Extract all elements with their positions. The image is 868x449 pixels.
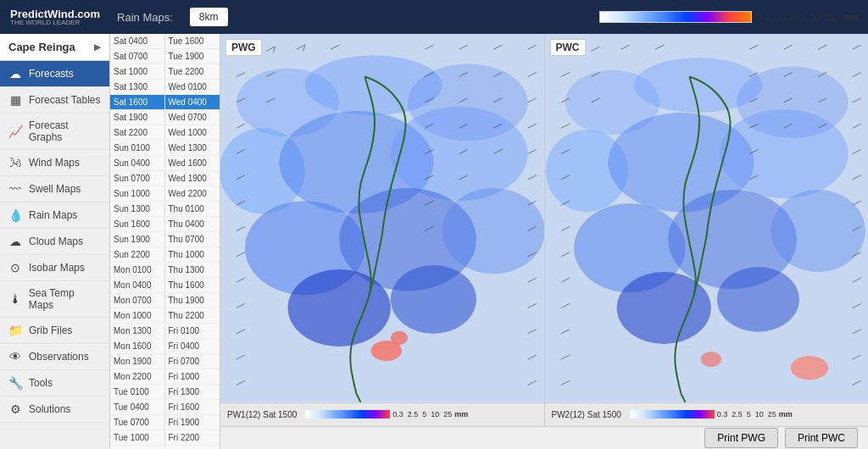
sidebar-label-cloud-maps: Cloud Maps bbox=[29, 236, 83, 247]
map-footer-pwc: PW2(12) Sat 1500 0.3 2.5 5 10 25 mm bbox=[545, 402, 869, 426]
timeline-row[interactable]: Mon 0100Thu 1300 bbox=[110, 263, 220, 278]
timeline-row[interactable]: Tue 0400Fri 1600 bbox=[110, 400, 220, 415]
sidebar-label-solutions: Solutions bbox=[29, 403, 70, 415]
timeline-row[interactable]: Sun 2200Thu 1000 bbox=[110, 247, 220, 263]
legend-unit: mm bbox=[843, 13, 858, 22]
time-col-left: Sun 1000 bbox=[110, 186, 165, 201]
time-col-left: Mon 1900 bbox=[110, 354, 165, 369]
time-col-right: Wed 1900 bbox=[165, 171, 220, 186]
time-col-left: Mon 1600 bbox=[110, 339, 165, 353]
timeline-row[interactable]: Tue 1000Fri 2200 bbox=[110, 430, 220, 446]
map-label-pwc: PWC bbox=[550, 39, 586, 56]
sidebar-item-solutions[interactable]: ⚙ Solutions bbox=[0, 396, 109, 423]
sidebar-label-observations: Observations bbox=[29, 351, 89, 363]
time-col-right: Fri 1600 bbox=[165, 400, 220, 414]
sidebar-item-cloud-maps[interactable]: ☁ Cloud Maps bbox=[0, 229, 109, 255]
sidebar-item-sea-temp-maps[interactable]: 🌡 Sea Temp Maps bbox=[0, 281, 109, 318]
sidebar-item-grib-files[interactable]: 📁 Grib Files bbox=[0, 318, 109, 344]
svg-point-80 bbox=[716, 267, 798, 332]
legend-val-4: 5 bbox=[800, 13, 805, 22]
timeline-row[interactable]: Sat 2200Wed 1000 bbox=[110, 125, 220, 141]
sidebar-label-rain-maps: Rain Maps bbox=[29, 209, 77, 221]
timeline-row[interactable]: Sun 1900Thu 0700 bbox=[110, 232, 220, 247]
print-pwg-button[interactable]: Print PWG bbox=[704, 428, 778, 448]
logo: PredictWind.com THE WORLD LEADER bbox=[10, 8, 100, 26]
timeline-row[interactable]: Sat 1000Tue 2200 bbox=[110, 64, 220, 80]
timeline-row[interactable]: Mon 1900Fri 0700 bbox=[110, 354, 220, 369]
legend-labels: 0.3 1 2.5 5 10 25 mm bbox=[757, 13, 858, 22]
time-col-right: Thu 0100 bbox=[165, 202, 220, 216]
sidebar-item-observations[interactable]: 👁 Observations bbox=[0, 344, 109, 370]
timeline-row[interactable]: Tue 0700Fri 1900 bbox=[110, 415, 220, 430]
timeline-row[interactable]: Mon 0400Thu 1600 bbox=[110, 278, 220, 293]
timeline-row[interactable]: Sat 1600Wed 0400 bbox=[110, 95, 220, 110]
sidebar-item-isobar-maps[interactable]: ⊙ Isobar Maps bbox=[0, 255, 109, 281]
svg-point-81 bbox=[790, 356, 827, 380]
time-col-left: Sun 2200 bbox=[110, 247, 165, 262]
svg-point-75 bbox=[719, 109, 848, 198]
time-col-left: Tue 0100 bbox=[110, 385, 165, 399]
sidebar-item-tools[interactable]: 🔧 Tools bbox=[0, 370, 109, 396]
timeline-row[interactable]: Mon 0700Thu 1900 bbox=[110, 293, 220, 308]
solutions-icon: ⚙ bbox=[8, 402, 22, 416]
footer-gradient-pwg bbox=[305, 410, 390, 419]
time-col-right: Fri 0700 bbox=[165, 354, 220, 369]
timeline-row[interactable]: Sun 1300Thu 0100 bbox=[110, 202, 220, 217]
time-col-left: Sun 0700 bbox=[110, 171, 165, 186]
location-bar[interactable]: Cape Reinga ▶ bbox=[0, 34, 109, 61]
logo-subtext: THE WORLD LEADER bbox=[10, 19, 100, 26]
map-footer-text-pwc: PW2(12) Sat 1500 bbox=[552, 410, 621, 419]
sidebar-item-wind-maps[interactable]: 🌬 Wind Maps bbox=[0, 150, 109, 176]
km-tab-8km[interactable]: 8km bbox=[190, 8, 228, 26]
timeline-row[interactable]: Sun 0700Wed 1900 bbox=[110, 171, 220, 186]
time-col-left: Sat 1000 bbox=[110, 64, 165, 79]
map-svg-pwc[interactable] bbox=[545, 34, 869, 402]
timeline-row[interactable]: Sun 0100Wed 1300 bbox=[110, 141, 220, 156]
km-tab-group: 8km bbox=[190, 8, 228, 26]
timeline-row[interactable]: Mon 1300Fri 0100 bbox=[110, 324, 220, 339]
grib-files-icon: 📁 bbox=[8, 324, 22, 337]
location-name: Cape Reinga bbox=[8, 41, 75, 53]
sidebar-item-forecast-graphs[interactable]: 📈 Forecast Graphs bbox=[0, 114, 109, 150]
sidebar-item-swell-maps[interactable]: 〰 Swell Maps bbox=[0, 176, 109, 202]
timeline-row[interactable]: Sat 1900Wed 0700 bbox=[110, 110, 220, 125]
timeline-row[interactable]: Sun 1600Thu 0400 bbox=[110, 217, 220, 232]
forecasts-icon: ☁ bbox=[8, 67, 22, 80]
sidebar-label-tools: Tools bbox=[29, 377, 53, 389]
map-svg-pwg[interactable] bbox=[220, 34, 544, 402]
time-col-left: Mon 1000 bbox=[110, 308, 165, 323]
sidebar-label-forecast-tables: Forecast Tables bbox=[29, 94, 101, 106]
timeline-row[interactable]: Sun 1000Wed 2200 bbox=[110, 186, 220, 202]
time-col-right: Thu 1000 bbox=[165, 247, 220, 262]
timeline-row[interactable]: Tue 1300Sat 0100 bbox=[110, 446, 220, 449]
timeline-row[interactable]: Sat 0400Tue 1600 bbox=[110, 34, 220, 49]
timeline-row[interactable]: Tue 0100Fri 1300 bbox=[110, 385, 220, 400]
time-col-left: Sat 2200 bbox=[110, 125, 165, 140]
wind-maps-icon: 🌬 bbox=[8, 156, 22, 169]
footer-unit-pwc: mm bbox=[779, 410, 793, 419]
time-col-right: Wed 0100 bbox=[165, 80, 220, 94]
timeline-row[interactable]: Sun 0400Wed 1600 bbox=[110, 156, 220, 171]
rain-maps-label: Rain Maps: bbox=[117, 11, 173, 24]
cloud-maps-icon: ☁ bbox=[8, 235, 22, 248]
maps-row: PWG bbox=[220, 34, 868, 402]
time-col-right: Fri 0100 bbox=[165, 324, 220, 338]
timeline-row[interactable]: Mon 1000Thu 2200 bbox=[110, 308, 220, 324]
timeline-row[interactable]: Sat 0700Tue 1900 bbox=[110, 49, 220, 64]
sidebar-item-rain-maps[interactable]: 💧 Rain Maps bbox=[0, 202, 109, 229]
timeline-row[interactable]: Sat 1300Wed 0100 bbox=[110, 80, 220, 95]
timeline-row[interactable]: Mon 2200Fri 1000 bbox=[110, 369, 220, 385]
svg-point-11 bbox=[391, 265, 476, 334]
time-col-right: Thu 0700 bbox=[165, 232, 220, 247]
sidebar-item-forecasts[interactable]: ☁ Forecasts bbox=[0, 61, 109, 87]
time-col-left: Sun 1900 bbox=[110, 232, 165, 247]
sidebar-item-forecast-tables[interactable]: ▦ Forecast Tables bbox=[0, 87, 109, 114]
time-col-left: Tue 1000 bbox=[110, 430, 165, 445]
timeline-row[interactable]: Mon 1600Fri 0400 bbox=[110, 339, 220, 354]
time-col-right: Sat 0100 bbox=[165, 446, 220, 449]
map-panel-pwc: PWC bbox=[545, 34, 869, 402]
print-pwc-button[interactable]: Print PWC bbox=[785, 428, 858, 448]
sidebar-label-wind-maps: Wind Maps bbox=[29, 157, 80, 169]
legend-val-3: 2.5 bbox=[783, 13, 795, 22]
time-col-left: Sat 0400 bbox=[110, 34, 165, 48]
